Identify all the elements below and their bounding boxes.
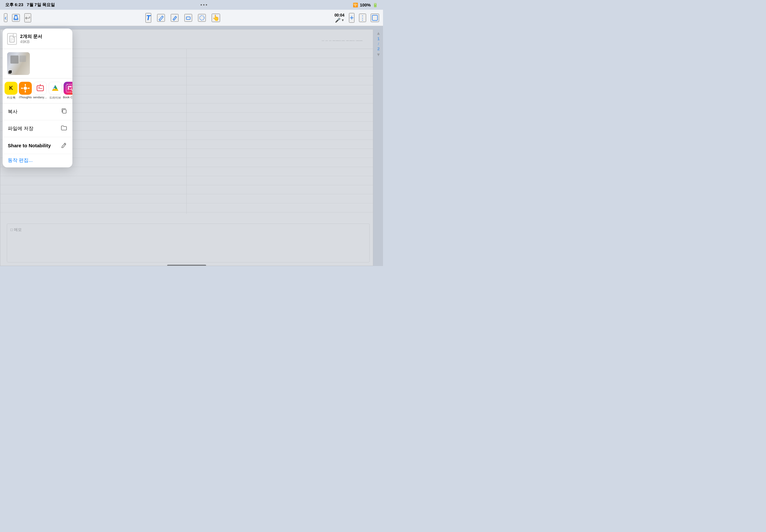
toolbar-left: ‹ ↩	[4, 13, 31, 22]
svg-point-23	[69, 87, 71, 90]
svg-point-17	[40, 84, 41, 85]
drive-label: 드라이브	[49, 96, 62, 100]
status-bar: 오후 6:23 7월 7일 목요일 🛜 100% 🔋	[0, 0, 383, 10]
bookcreator-label: Book Creat	[63, 96, 72, 99]
notability-label: Share to Notability	[8, 143, 51, 148]
svg-point-7	[24, 87, 27, 90]
share-header-info: 2개의 문서 49KB	[20, 34, 42, 44]
status-center-dots	[201, 4, 207, 6]
sendanywhere-label: sendanywh...	[33, 96, 47, 99]
dot-1	[201, 4, 202, 6]
toolbar-center: T 👆	[145, 13, 220, 23]
bookcreator-icon	[64, 82, 72, 95]
notability-icon	[61, 141, 67, 150]
document-thumbnail	[7, 52, 30, 75]
finger-tool-button[interactable]: 👆	[212, 14, 220, 22]
ithoughts-icon	[19, 82, 32, 95]
document-icon	[7, 33, 17, 45]
status-time-date: 오후 6:23 7월 7일 목요일	[5, 2, 55, 8]
pencil-tool-button[interactable]	[157, 14, 165, 22]
svg-point-12	[25, 84, 26, 85]
svg-point-14	[21, 88, 22, 89]
add-button[interactable]: +	[349, 13, 354, 23]
status-right: 🛜 100% 🔋	[353, 3, 378, 7]
share-button[interactable]	[12, 14, 20, 22]
save-to-file-menu-item[interactable]: 파일에 저장	[3, 120, 72, 137]
kakao-label: 카오톡	[5, 96, 18, 100]
copy-icon	[61, 108, 67, 116]
status-date: 7월 7일 목요일	[27, 2, 55, 7]
dot-3	[206, 4, 207, 6]
more-button[interactable]: ⋮	[359, 14, 366, 22]
undo-button[interactable]: ↩	[24, 13, 31, 22]
app-item-drive[interactable]: 드라이브	[49, 82, 62, 100]
app-item-bookcreator[interactable]: Book Creat	[63, 82, 72, 100]
wifi-icon: 🛜	[353, 3, 358, 7]
svg-point-15	[28, 88, 30, 89]
svg-point-2	[200, 16, 204, 20]
back-button[interactable]: ‹	[4, 13, 7, 22]
text-tool-button[interactable]: T	[145, 13, 151, 23]
toolbar: ‹ ↩ T 👆 00:04	[0, 10, 383, 26]
svg-rect-1	[186, 17, 190, 19]
document-size: 49KB	[20, 40, 42, 44]
page-button[interactable]	[371, 14, 379, 22]
battery-icon: 🔋	[372, 3, 378, 7]
recording-timer: 00:04 🎤 ▾	[334, 13, 344, 23]
svg-point-13	[25, 91, 26, 92]
highlighter-tool-button[interactable]	[171, 14, 178, 22]
thumbnail-area	[3, 49, 72, 79]
app-item-ithoughts[interactable]: iThoughts	[19, 82, 32, 100]
status-time: 오후 6:23	[5, 2, 23, 7]
share-panel: 2개의 문서 49KB K 카오톡	[3, 29, 72, 167]
copy-label: 복사	[8, 109, 18, 115]
svg-rect-3	[372, 15, 377, 20]
app-item-sendanywhere[interactable]: sendanywh...	[33, 82, 47, 100]
battery-percentage: 100%	[360, 3, 371, 7]
recording-time: 00:04	[334, 13, 344, 18]
toolbar-right: 00:04 🎤 ▾ + ⋮	[334, 13, 379, 23]
eraser-tool-button[interactable]	[184, 14, 192, 22]
share-header: 2개의 문서 49KB	[3, 29, 72, 49]
edit-actions-link[interactable]: 동작 편집...	[8, 157, 33, 163]
app-row: K 카오톡	[3, 79, 72, 103]
document-title: 2개의 문서	[20, 34, 42, 40]
dot-2	[203, 4, 204, 6]
save-to-file-label: 파일에 저장	[8, 126, 33, 132]
recording-controls: 🎤 ▾	[335, 18, 344, 23]
edit-actions-section: 동작 편집...	[3, 154, 72, 165]
share-to-notability-menu-item[interactable]: Share to Notability	[3, 137, 72, 154]
lasso-tool-button[interactable]	[198, 14, 206, 22]
kakao-icon: K	[5, 82, 18, 95]
main-area: _____ ___ __	[0, 26, 383, 266]
drive-icon	[49, 82, 62, 95]
svg-rect-24	[63, 110, 66, 113]
app-item-kakao[interactable]: K 카오톡	[5, 82, 18, 100]
sendanywhere-icon	[34, 82, 47, 95]
folder-icon	[61, 125, 67, 133]
copy-menu-item[interactable]: 복사	[3, 103, 72, 120]
ithoughts-label: iThoughts	[19, 96, 32, 99]
